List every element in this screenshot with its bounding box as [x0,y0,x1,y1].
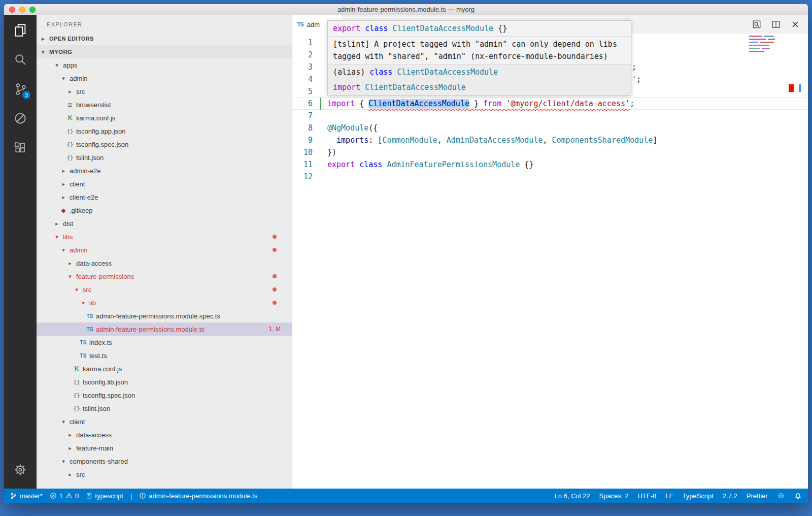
zoom-window-button[interactable] [29,7,36,13]
code-token [360,83,365,92]
tree-item-tslint-json[interactable]: {}tslint.json [37,402,292,415]
code-token: class [369,68,392,77]
tree-item-admin-e2e[interactable]: ▸admin-e2e [37,164,292,177]
chevron-down-icon: ▾ [39,49,48,55]
tree-item-admin[interactable]: ▾admin [37,72,292,85]
code-token: ClientDataAccessModule [397,68,498,77]
tree-item-apps[interactable]: ▾apps [37,58,292,72]
vscode-window: admin-feature-permissions.module.ts — my… [4,4,808,503]
language-mode[interactable]: TypeScript [682,492,713,500]
tree-item-components-shared[interactable]: ▾components-shared [37,455,292,468]
close-editor-icon[interactable] [790,19,801,30]
hover-alias: (alias) class ClientDataAccessModule [328,64,631,80]
explorer-icon[interactable] [4,15,37,45]
chevron-right-icon: ▸ [65,471,75,478]
code-token: ] [653,136,657,145]
tree-item-lib[interactable]: ▾lib [37,296,292,309]
tree-item-tsconfig-spec-json[interactable]: {}tsconfig.spec.json [37,138,292,151]
close-window-button[interactable] [9,7,15,13]
tree-item-admin-feature-permissions-module-ts[interactable]: TSadmin-feature-permissions.module.ts1, … [37,322,292,336]
code-line-10[interactable]: 10}) [292,146,808,158]
tree-item-karma-conf-js[interactable]: Kkarma.conf.js [37,362,292,375]
tree-item-feature-main[interactable]: ▸feature-main [37,441,292,455]
modified-dot [273,248,277,252]
json-file-icon: {} [65,128,75,135]
tree-item-client[interactable]: ▾client [37,415,292,428]
activity-bar: 3 [4,15,37,489]
tree-item-libs[interactable]: ▾libs [37,230,292,243]
code-line-11[interactable]: 11export class AdminFeaturePermissionsMo… [292,158,808,171]
code-token: AdminFeaturePermissionsModule [387,160,520,169]
encoding[interactable]: UTF-8 [637,492,656,500]
tree-item-label: tslint.json [81,405,110,412]
tree-item-index-ts[interactable]: TSindex.ts [37,336,292,349]
tree-item-tsconfig-app-json[interactable]: {}tsconfig.app.json [37,124,292,138]
tree-item-label: client [68,418,85,426]
code-line-9[interactable]: 9 imports: [CommonModule, AdminDataAcces… [292,134,808,146]
minimap[interactable] [749,36,785,54]
settings-gear-icon[interactable] [4,455,37,485]
code-line-8[interactable]: 8@NgModule({ [292,122,808,134]
tree-item-label: data-access [75,431,112,439]
error-count: 1 [59,492,63,500]
feedback-smiley-icon[interactable]: ☺ [777,492,785,500]
code-token: ClientDataAccessModule [392,24,493,33]
linter-status[interactable]: typescript [86,492,123,500]
tree-item-tslint-json[interactable]: {}tslint.json [37,151,292,164]
notifications-bell-icon[interactable] [794,492,802,500]
window-controls [9,7,36,13]
code-token: , [543,136,552,145]
tree-item-label: karma.conf.js [81,365,122,373]
source-control-icon[interactable]: 3 [4,74,37,104]
tree-item--gitkeep[interactable]: ◆.gitkeep [37,204,292,217]
tree-item-label: admin [68,246,87,254]
cursor-position[interactable]: Ln 6, Col 22 [554,492,590,500]
problems-status[interactable]: 1 0 [50,492,79,500]
tree-item-tsconfig-lib-json[interactable]: {}tsconfig.lib.json [37,375,292,389]
linter-icon [86,492,92,499]
tree-item-label: lib [88,299,96,307]
tree-item-karma-conf-js[interactable]: Kkarma.conf.js [37,111,292,124]
code-text: import { ClientDataAccessModule } from '… [327,99,634,108]
code-line-12[interactable]: 12 [292,171,808,183]
tree-item-test-ts[interactable]: TStest.ts [37,349,292,362]
eol-sequence[interactable]: LF [665,492,673,500]
debug-icon[interactable] [4,104,37,133]
code-line-7[interactable]: 7 [292,110,808,122]
open-preview-icon[interactable] [751,19,762,30]
tree-item-client[interactable]: ▸client [37,177,292,190]
tree-item-client-e2e[interactable]: ▸client-e2e [37,190,292,204]
tree-item-browserslist[interactable]: ≡browserslist [37,98,292,111]
tree-item-open-editors[interactable]: ▸OPEN EDITORS [37,32,292,45]
tree-item-src[interactable]: ▸src [37,468,292,481]
extensions-icon[interactable] [4,133,37,163]
ts-version[interactable]: 2.7.2 [723,492,737,500]
branch-status[interactable]: master* [10,492,43,500]
tree-item-admin-feature-permissions-module-spec-ts[interactable]: TSadmin-feature-permissions.module.spec.… [37,309,292,322]
minimize-window-button[interactable] [19,7,25,13]
tree-item-label: index.ts [88,339,112,346]
git-added-gutter [320,98,321,110]
tree-item-data-access[interactable]: ▸data-access [37,428,292,441]
tree-item-admin[interactable]: ▾admin [37,243,292,256]
code-token: {} [493,24,507,33]
tree-item-myorg[interactable]: ▾MYORG [37,45,292,58]
tree-item-feature-permissions[interactable]: ▾feature-permissions [37,270,292,283]
search-icon[interactable] [4,45,37,74]
split-editor-icon[interactable] [770,19,782,30]
formatter-status[interactable]: Prettier [747,492,768,500]
symbol-link[interactable]: ClientDataAccessModule [368,99,469,108]
line-number: 1 [292,37,313,49]
code-token: ComponentsSharedModule [552,136,653,145]
indentation[interactable]: Spaces: 2 [599,492,629,500]
tree-item-tsconfig-spec-json[interactable]: {}tsconfig.spec.json [37,389,292,402]
code-token: AdminDataAccessModule [447,136,543,145]
status-bar: master* 1 0 types [4,489,808,503]
tree-item-data-access[interactable]: ▸data-access [37,256,292,270]
tree-item-src[interactable]: ▾src [37,283,292,296]
file-info-status[interactable]: admin-feature-permissions.module.ts [139,492,257,500]
tree-item-dist[interactable]: ▸dist [37,217,292,230]
code-line-6[interactable]: 6import { ClientDataAccessModule } from … [292,98,808,110]
code-text: }) [327,148,336,157]
tree-item-src[interactable]: ▸src [37,85,292,98]
